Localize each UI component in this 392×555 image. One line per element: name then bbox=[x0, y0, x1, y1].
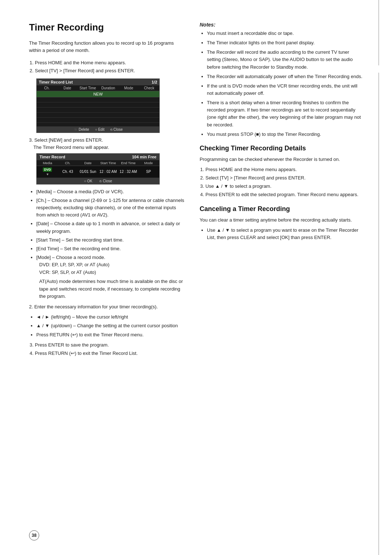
note-6: You must press STOP (■) to stop the Time… bbox=[207, 131, 363, 138]
notes-section: Notes: You must insert a recordable disc… bbox=[200, 22, 363, 138]
tr-column-headers: Media Ch. Date Start Time End Time Mode bbox=[37, 160, 159, 166]
trl-row-2 bbox=[37, 102, 159, 108]
bullet-nav-return: Press RETURN (↩) to exit the Timer Recor… bbox=[36, 331, 185, 339]
bullet-mode: [Mode] – Choose a record mode. DVD: EP, … bbox=[36, 254, 185, 300]
bullet-media: [Media] – Choose a media (DVD or VCR). bbox=[36, 188, 185, 195]
right-column: Notes: You must insert a recordable disc… bbox=[200, 22, 363, 360]
tr-col-media: Media bbox=[38, 161, 57, 165]
bullet-nav-ud: ▲ / ▼ (up/down) – Change the setting at … bbox=[36, 322, 185, 329]
field-bullets-list: [Media] – Choose a media (DVD or VCR). [… bbox=[29, 188, 185, 300]
main-steps-list: Press HOME and the Home menu appears. Se… bbox=[29, 59, 185, 74]
trl-page-indicator: 1/2 bbox=[152, 80, 157, 84]
note-4: If the unit is DVD mode when the VCR tim… bbox=[207, 82, 363, 97]
mode-line-0: DVD: EP, LP, SP, XP, or AT (Auto) bbox=[39, 261, 185, 269]
note-2: The Recorder will record the audio accor… bbox=[207, 49, 363, 70]
tr-title: Timer Record bbox=[40, 155, 65, 159]
checking-intro: Programming can be checked whenever the … bbox=[200, 156, 363, 163]
tr-ok-btn[interactable]: ○ OK bbox=[84, 179, 92, 183]
trl-empty-rows bbox=[37, 97, 159, 126]
note-3: The Recorder will automatically power of… bbox=[207, 73, 363, 80]
trl-col-check: Check bbox=[140, 86, 158, 90]
trl-col-mode: Mode bbox=[120, 86, 137, 90]
tr-footer: ○ OK ⎋ Close bbox=[37, 178, 159, 184]
step-1: Press HOME and the Home menu appears. bbox=[35, 59, 185, 66]
page-container: Timer Recording The Timer Recording func… bbox=[0, 0, 392, 555]
trl-close-btn[interactable]: ⎋ Close bbox=[110, 127, 123, 131]
left-column: Timer Recording The Timer Recording func… bbox=[29, 22, 185, 360]
page-number: 38 bbox=[29, 530, 39, 540]
tr-col-endtime: End Time bbox=[119, 161, 138, 165]
tr-col-date: Date bbox=[78, 161, 97, 165]
page-title: Timer Recording bbox=[29, 22, 185, 33]
final-step-4: Press RETURN (↩) to exit the Timer Recor… bbox=[35, 350, 185, 357]
notes-list: You must insert a recordable disc or tap… bbox=[200, 30, 363, 138]
trl-header: Timer Record List 1/2 bbox=[37, 79, 159, 85]
notes-title: Notes: bbox=[200, 22, 363, 28]
trl-column-headers: Ch. Date Start Time Duration Mode Check bbox=[37, 85, 159, 91]
nav-bullets-list: ◄ / ► (left/right) – Move the cursor lef… bbox=[29, 313, 185, 338]
trl-footer: ◾ Delete ○ Edit ⎋ Close bbox=[37, 126, 159, 133]
timer-record-menu-box: Timer Record 104 min Free Media Ch. Date… bbox=[36, 153, 160, 185]
trl-edit-btn[interactable]: ○ Edit bbox=[95, 127, 105, 131]
note-1: The Timer indicator lights on the front … bbox=[207, 39, 363, 46]
bullet-date: [Date] – Choose a date up to 1 month in … bbox=[36, 220, 185, 235]
trl-new-row: NEW bbox=[37, 91, 159, 97]
tr-starttime-cell: 12 : 02 AM bbox=[99, 170, 118, 174]
step-3-text: 3. Select [NEW] and press ENTER.The Time… bbox=[29, 137, 185, 151]
trl-col-ch: Ch. bbox=[38, 86, 56, 90]
tr-channel-cell: Ch. 43 bbox=[58, 170, 77, 174]
timer-record-list-box: Timer Record List 1/2 Ch. Date Start Tim… bbox=[36, 78, 160, 133]
note-0: You must insert a recordable disc or tap… bbox=[207, 30, 363, 37]
trl-row-5 bbox=[37, 118, 159, 123]
note-5: There is a short delay when a timer reco… bbox=[207, 99, 363, 129]
mode-line-2: AT(Auto) mode determines how much time i… bbox=[39, 278, 185, 300]
right-edge-decoration bbox=[372, 0, 379, 555]
final-steps-list: Press ENTER to save the program. Press R… bbox=[29, 341, 185, 357]
tr-col-ch: Ch. bbox=[58, 161, 77, 165]
check-step-3: Press ENTER to edit the selected program… bbox=[205, 191, 363, 198]
bullet-starttime: [Start Time] – Set the recording start t… bbox=[36, 236, 185, 244]
two-column-layout: Timer Recording The Timer Recording func… bbox=[29, 22, 363, 360]
tr-data-row: DVD ▼ Ch. 43 01/01 Sun 12 : 02 AM 12 : 3… bbox=[37, 166, 159, 178]
trl-col-duration: Duration bbox=[99, 86, 117, 90]
step-2: Select [TV] > [Timer Record] and press E… bbox=[35, 67, 185, 74]
dvd-badge: DVD bbox=[43, 167, 52, 172]
trl-delete-btn[interactable]: ◾ Delete bbox=[73, 127, 89, 131]
canceling-bullet-0: Use ▲ / ▼ to select a program you want t… bbox=[207, 227, 363, 241]
mode-line-1: VCR: SP, SLP, or AT (Auto) bbox=[39, 269, 185, 276]
tr-header: Timer Record 104 min Free bbox=[37, 154, 159, 160]
check-step-0: Press HOME and the Home menu appears. bbox=[205, 166, 363, 173]
canceling-bullets-list: Use ▲ / ▼ to select a program you want t… bbox=[200, 227, 363, 241]
checking-steps-list: Press HOME and the Home menu appears. Se… bbox=[200, 166, 363, 199]
bullet-endtime: [End Time] – Set the recording end time. bbox=[36, 245, 185, 252]
final-step-3: Press ENTER to save the program. bbox=[35, 341, 185, 349]
step-2-enter: 2. Enter the necessary information for y… bbox=[29, 303, 185, 311]
mode-indent: DVD: EP, LP, SP, XP, or AT (Auto) VCR: S… bbox=[39, 261, 185, 300]
canceling-intro: You can clear a timer setting anytime be… bbox=[200, 216, 363, 224]
intro-paragraph: The Timer Recording function allows you … bbox=[29, 40, 185, 54]
tr-date-cell: 01/01 Sun bbox=[78, 170, 97, 174]
trl-row-3 bbox=[37, 108, 159, 113]
bullet-nav-lr: ◄ / ► (left/right) – Move the cursor lef… bbox=[36, 313, 185, 321]
checking-title: Checking Timer Recording Details bbox=[200, 145, 363, 152]
bullet-ch: [Ch.] – Choose a channel (2-69 or 1-125 … bbox=[36, 197, 185, 219]
tr-col-starttime: Start Time bbox=[99, 161, 118, 165]
trl-title: Timer Record List bbox=[39, 80, 73, 84]
trl-col-starttime: Start Time bbox=[79, 86, 97, 90]
tr-close-btn[interactable]: ⎋ Close bbox=[99, 179, 112, 183]
tr-mode-cell: SP bbox=[139, 170, 158, 174]
trl-row-1 bbox=[37, 97, 159, 102]
trl-row-4 bbox=[37, 113, 159, 118]
tr-min-free: 104 min Free bbox=[132, 155, 156, 159]
canceling-title: Canceling a Timer Recording bbox=[200, 205, 363, 213]
trl-col-date: Date bbox=[58, 86, 76, 90]
tr-media-cell: DVD ▼ bbox=[38, 167, 57, 176]
check-step-1: Select [TV] > [Timer Record] and press E… bbox=[205, 174, 363, 182]
check-step-2: Use ▲ / ▼ to select a program. bbox=[205, 183, 363, 190]
tr-col-mode: Mode bbox=[139, 161, 158, 165]
tr-endtime-cell: 12 : 32 AM bbox=[119, 170, 138, 174]
